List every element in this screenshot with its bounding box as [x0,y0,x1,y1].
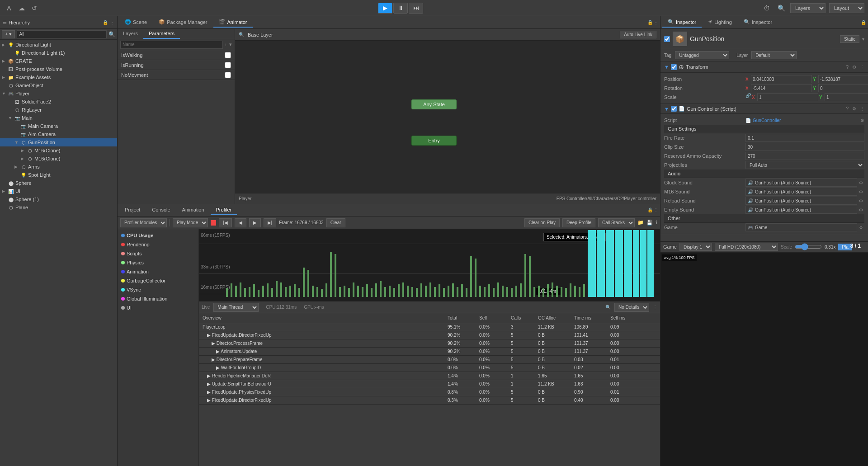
scale-x-input[interactable] [757,93,818,101]
tree-item[interactable]: ▶💡Directional Light [0,41,117,49]
empty-sound-ref[interactable]: 🔊 GunPosition (Audio Source) [745,206,857,214]
tab-profiler[interactable]: Profiler [211,205,237,215]
table-row[interactable]: ▶ WaitForJobGroupID0.0%0.0%50 B0.020.00 [199,364,660,372]
tree-item[interactable]: ▶📁Example Assets [0,73,117,81]
object-active-checkbox[interactable] [664,36,670,42]
tree-item[interactable]: 📷Main Camera [0,122,117,130]
gun-controller-header[interactable]: ▼ 📄 Gun Controller (Script) ? ⚙ ⋮ [660,104,868,114]
scale-y-input[interactable] [825,93,868,101]
projectiles-dropdown[interactable]: Full Auto [745,161,864,169]
pos-x-input[interactable] [751,75,812,83]
tree-item[interactable]: 💡Directional Light (1) [0,49,117,57]
static-button[interactable]: Static [840,35,859,43]
scale-slider[interactable] [795,243,822,250]
cloud-icon[interactable]: ☁ [16,3,27,14]
animator-node-entry[interactable]: Entry [411,136,457,146]
tree-item[interactable]: ⬡Plane [0,203,117,212]
header-cell[interactable]: Overview [201,315,446,320]
pos-y-input[interactable] [818,75,868,83]
tree-item[interactable]: ▼📷Main [0,114,117,122]
module-item[interactable]: Physics [118,258,198,267]
profiler-icon1[interactable]: 📁 [637,220,644,226]
layers-dropdown[interactable]: Layers [790,3,826,13]
tab-scene[interactable]: 🌐 Scene [119,17,152,28]
table-row[interactable]: ▶ FixedUpdate.PhysicsFixedUp0.8%0.0%50 B… [199,388,660,396]
header-cell[interactable]: Calls [509,315,536,320]
profiler-chart[interactable]: 66ms (15FPS) 33ms (30FPS) 16ms (60FPS) S… [199,229,660,301]
tree-item[interactable]: ▼⬡GunPosition [0,138,117,146]
call-stacks-dropdown[interactable]: Call Stacks [598,218,635,227]
param-checkbox[interactable] [225,62,231,68]
tree-item[interactable]: ⬤Sphere (1) [0,195,117,203]
layers-tab[interactable]: Layers [118,29,143,39]
fire-rate-input[interactable] [745,134,864,142]
param-checkbox[interactable] [225,72,231,78]
next-frame-btn[interactable]: ▶| [264,218,277,227]
resolution-dropdown[interactable]: Full HD (1920x1080) [715,243,778,251]
table-row[interactable]: ▶ Update.ScriptRunBehaviourU1.4%0.0%111.… [199,380,660,388]
tab-animation[interactable]: Animation [177,205,210,215]
scale-link-icon[interactable]: 🔗 [745,93,751,101]
param-add-icon[interactable]: + [225,42,227,47]
layer-dropdown[interactable]: Default [751,51,797,59]
next-btn[interactable]: ▶ [249,218,261,227]
clear-on-play-btn[interactable]: Clear on Play [524,218,560,227]
auto-live-link-btn[interactable]: Auto Live Link [620,31,656,38]
tree-item[interactable]: 📷Aim Camera [0,130,117,138]
header-cell[interactable]: GC Alloc [536,315,572,320]
tab-package-manager[interactable]: 📦 Package Manager [153,17,212,28]
history-icon[interactable]: ⏱ [761,3,772,14]
layout-dropdown[interactable]: Layout [829,3,864,13]
tree-item[interactable]: 🎞Post-process Volume [0,65,117,73]
table-row[interactable]: ▶ RenderPipelineManager.DoR1.4%0.0%11.65… [199,372,660,380]
inspector-scroll[interactable]: 📦 GunPosition Static ▾ Tag Untagged Laye… [660,29,868,241]
right-lock-icon[interactable]: 🔒 [861,20,866,25]
tree-item[interactable]: ▶⬡M16(Clone) [0,155,117,163]
bottom-menu-icon[interactable]: ⋮ [654,207,658,212]
play-mode-dropdown[interactable]: Play Mode [173,218,208,227]
tree-item[interactable]: ⬡RigLayer [0,106,117,114]
tab-animator[interactable]: 🎬 Animator [213,17,252,28]
play-button[interactable]: ▶ [378,3,392,14]
module-item[interactable]: Rendering [118,240,198,249]
table-row[interactable]: ▶ Director.ProcessFrame90.2%0.0%50 B101.… [199,339,660,348]
thread-dropdown[interactable]: Main Thread [213,303,259,312]
pause-button[interactable]: ⏸ [393,3,408,14]
param-checkbox[interactable] [225,52,231,58]
profiler-table[interactable]: OverviewTotalSelfCallsGC AllocTime msSel… [199,313,660,466]
prev-btn[interactable]: ◀ [235,218,246,227]
game-settings[interactable]: ⚙ [857,224,864,231]
module-item[interactable]: Animation [118,267,198,276]
tab-lighting[interactable]: ☀ Lighting [703,17,737,28]
tree-item[interactable]: ▼🎮Player [0,89,117,98]
animator-menu-icon[interactable]: ⋮ [654,20,658,25]
m16-sound-ref[interactable]: 🔊 GunPosition (Audio Source) [745,188,857,196]
display-dropdown[interactable]: Display 1 [679,243,712,251]
script-ref[interactable]: GunController [753,118,781,123]
tree-item[interactable]: ▶⬡Arms [0,163,117,171]
clip-size-input[interactable] [745,143,864,151]
animator-search-icon[interactable]: 🔍 [239,32,244,37]
profiler-icon2[interactable]: 💾 [646,220,653,226]
hierarchy-search-icon[interactable]: 🔍 [108,31,115,38]
module-item[interactable]: CPU Usage [118,231,198,240]
header-cell[interactable]: Self [477,315,509,320]
tab-inspector2[interactable]: 🔍 Inspector [738,17,778,28]
profiler-icon3[interactable]: ℹ [656,220,657,226]
thread-menu-icon[interactable]: ⋮ [653,305,657,310]
tab-inspector1[interactable]: 🔍 Inspector [662,17,702,28]
modules-dropdown[interactable]: Profiler Modules [120,218,167,227]
tree-item[interactable]: 🖼SoldierFace2 [0,98,117,106]
reserved-ammo-input[interactable] [745,152,864,160]
header-cell[interactable]: Time ms [572,315,609,320]
tree-item[interactable]: ▶📊UI [0,187,117,195]
module-item[interactable]: UI [118,303,198,312]
search-icon[interactable]: 🔍 [776,3,787,14]
details-dropdown[interactable]: No Details [614,303,649,312]
parameters-tab[interactable]: Parameters [143,29,180,39]
bottom-lock-icon[interactable]: 🔒 [647,207,653,212]
header-cell[interactable]: Total [446,315,477,320]
gun-active-checkbox[interactable] [671,106,677,112]
reload-sound-settings[interactable]: ⚙ [857,197,864,204]
hierarchy-search[interactable] [17,30,107,38]
